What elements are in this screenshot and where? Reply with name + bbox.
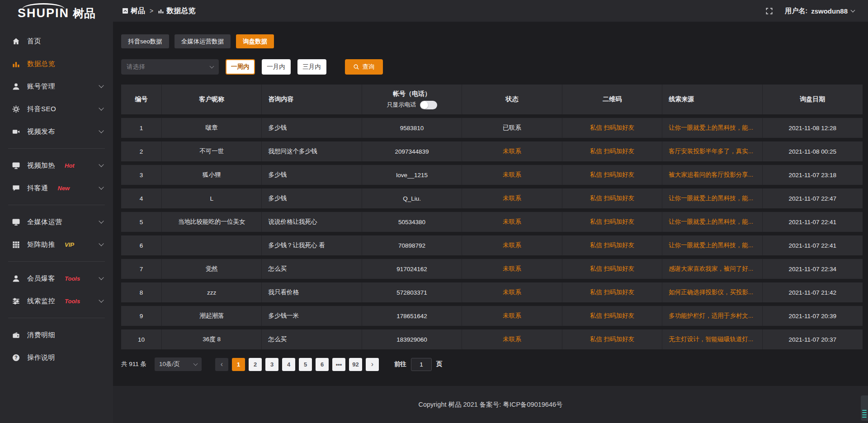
cell-nickname: 啵章 xyxy=(162,118,262,138)
cell-date: 2021-11-07 22:34 xyxy=(763,259,863,279)
cell-qr-link[interactable]: 私信 扫码加好友 xyxy=(562,306,662,326)
top-bar: 树品 > 数据总览 用户名: zswodun88 xyxy=(113,0,868,22)
data-tab[interactable]: 全媒体运营数据 xyxy=(175,34,231,48)
period-button[interactable]: 一月内 xyxy=(262,59,291,75)
cell-qr-link[interactable]: 私信 扫码加好友 xyxy=(562,212,662,232)
chevron-down-icon xyxy=(99,128,104,133)
cell-source-link[interactable]: 感谢大家喜欢我家，被问了好... xyxy=(662,259,762,279)
page-button[interactable]: 2 xyxy=(249,358,262,371)
sidebar-item-user[interactable]: 账号管理 xyxy=(0,75,113,98)
cell-qr-link[interactable]: 私信 扫码加好友 xyxy=(562,282,662,302)
cell-content: 我想问这个多少钱 xyxy=(262,141,362,161)
cell-account: 917024162 xyxy=(362,259,462,279)
col-no: 编号 xyxy=(121,85,162,114)
sidebar-item-video[interactable]: 视频发布 xyxy=(0,120,113,143)
table-row: 8 zzz 我只看价格 572803371 未联系 私信 扫码加好友 如何正确选… xyxy=(121,282,863,302)
page-button[interactable]: 5 xyxy=(299,358,312,371)
cell-source-link[interactable]: 让你一眼就爱上的黑科技，能... xyxy=(662,235,762,255)
cell-qr-link[interactable]: 私信 扫码加好友 xyxy=(562,118,662,138)
breadcrumb-root[interactable]: 树品 xyxy=(122,6,145,16)
sidebar-item-label: 账号管理 xyxy=(27,82,55,91)
chat-widget[interactable] xyxy=(861,395,868,421)
goto-label: 前往 xyxy=(394,360,406,368)
cell-qr-link[interactable]: 私信 扫码加好友 xyxy=(562,141,662,161)
sidebar-item-gear[interactable]: 抖音SEO xyxy=(0,98,113,120)
period-button[interactable]: 一周内 xyxy=(226,59,255,75)
cell-account: 9583810 xyxy=(362,118,462,138)
cell-status: 已联系 xyxy=(462,118,562,138)
cell-no: 9 xyxy=(121,306,162,326)
cell-source-link[interactable]: 让你一眼就爱上的黑科技，能... xyxy=(662,118,762,138)
cell-account: 178651642 xyxy=(362,306,462,326)
cell-date: 2021-11-07 21:42 xyxy=(763,282,863,302)
chevron-down-icon xyxy=(99,162,104,167)
chevron-down-icon xyxy=(851,8,855,12)
wallet-icon xyxy=(12,331,20,339)
user-area: 用户名: zswodun88 xyxy=(765,7,854,15)
data-tab[interactable]: 抖音seo数据 xyxy=(121,34,169,48)
page-size-select[interactable]: 10条/页 xyxy=(155,357,202,371)
sidebar-item-chat[interactable]: 抖客通 New xyxy=(0,177,113,199)
cell-source-link[interactable]: 无主灯设计，智能磁吸轨道灯... xyxy=(662,329,762,349)
cell-qr-link[interactable]: 私信 扫码加好友 xyxy=(562,329,662,349)
cell-source-link[interactable]: 让你一眼就爱上的黑科技，能... xyxy=(662,188,762,208)
period-button[interactable]: 三月内 xyxy=(297,59,326,75)
cell-source-link[interactable]: 让你一眼就爱上的黑科技，能... xyxy=(662,212,762,232)
sidebar-item-sliders[interactable]: 线索监控 Tools xyxy=(0,290,113,312)
cell-account: 572803371 xyxy=(362,282,462,302)
footer: Copyright 树品 2021 备案号: 粤ICP备09019646号 xyxy=(113,386,868,423)
data-tab[interactable]: 询盘数据 xyxy=(236,34,274,48)
sidebar-item-label: 首页 xyxy=(27,37,41,46)
prev-page-button[interactable]: ‹ xyxy=(215,358,228,371)
cell-no: 4 xyxy=(121,188,162,208)
search-icon xyxy=(353,64,359,70)
sidebar-item-member[interactable]: 会员爆客 Tools xyxy=(0,267,113,290)
total-count: 共 911 条 xyxy=(121,360,146,368)
page-button[interactable]: 4 xyxy=(282,358,295,371)
page-button[interactable]: 3 xyxy=(265,358,278,371)
period-buttons: 一周内一月内三月内 xyxy=(226,59,326,75)
chevron-down-icon xyxy=(99,241,104,246)
cell-qr-link[interactable]: 私信 扫码加好友 xyxy=(562,165,662,185)
cell-no: 6 xyxy=(121,235,162,255)
search-button[interactable]: 查询 xyxy=(345,59,383,75)
table-row: 6 多少钱？让我死心 看 70898792 未联系 私信 扫码加好友 让你一眼就… xyxy=(121,235,863,255)
filter-select[interactable]: 请选择 xyxy=(121,59,219,75)
cell-nickname: 潮起潮落 xyxy=(162,306,262,326)
sidebar-item-help[interactable]: ? 操作说明 xyxy=(0,346,113,369)
cell-qr-link[interactable]: 私信 扫码加好友 xyxy=(562,235,662,255)
sidebar-item-grid[interactable]: 矩阵助推 VIP xyxy=(0,233,113,256)
chevron-down-icon xyxy=(193,362,198,366)
cell-date: 2021-11-07 22:41 xyxy=(763,235,863,255)
sidebar-item-label: 视频发布 xyxy=(27,127,55,136)
cell-nickname: 觉然 xyxy=(162,259,262,279)
cell-source-link[interactable]: 客厅安装投影半年多了，真实... xyxy=(662,141,762,161)
cell-content: 怎么买 xyxy=(262,259,362,279)
sidebar-item-screen[interactable]: 视频加热 Hot xyxy=(0,154,113,177)
sidebar-item-label: 操作说明 xyxy=(27,353,55,362)
user-menu-trigger[interactable]: 用户名: zswodun88 xyxy=(785,7,854,15)
page-button[interactable]: 1 xyxy=(232,358,245,371)
cell-source-link[interactable]: 如何正确选择投影仪，买投影... xyxy=(662,282,762,302)
chevron-down-icon xyxy=(99,275,104,280)
page-button[interactable]: 6 xyxy=(316,358,329,371)
cell-source-link[interactable]: 多功能护栏灯，适用于乡村文... xyxy=(662,306,762,326)
cell-qr-link[interactable]: 私信 扫码加好友 xyxy=(562,259,662,279)
fullscreen-icon[interactable] xyxy=(765,7,773,15)
goto-page-input[interactable] xyxy=(411,358,432,371)
sidebar-item-monitor[interactable]: 全媒体运营 xyxy=(0,211,113,233)
phone-only-toggle[interactable] xyxy=(420,101,437,109)
cell-source-link[interactable]: 被大家追着问的客厅投影分享... xyxy=(662,165,762,185)
next-page-button[interactable]: › xyxy=(366,358,379,371)
cell-status: 未联系 xyxy=(462,259,562,279)
cell-qr-link[interactable]: 私信 扫码加好友 xyxy=(562,188,662,208)
cell-account: love__1215 xyxy=(362,165,462,185)
sidebar-item-wallet[interactable]: 消费明细 xyxy=(0,324,113,346)
page-ellipsis-button[interactable]: ••• xyxy=(332,358,345,371)
sidebar-item-chart[interactable]: 数据总览 xyxy=(0,52,113,75)
page-button[interactable]: 92 xyxy=(349,358,362,371)
cell-no: 2 xyxy=(121,141,162,161)
cell-no: 7 xyxy=(121,259,162,279)
sidebar-item-home[interactable]: 首页 xyxy=(0,30,113,52)
cell-account: 183929060 xyxy=(362,329,462,349)
